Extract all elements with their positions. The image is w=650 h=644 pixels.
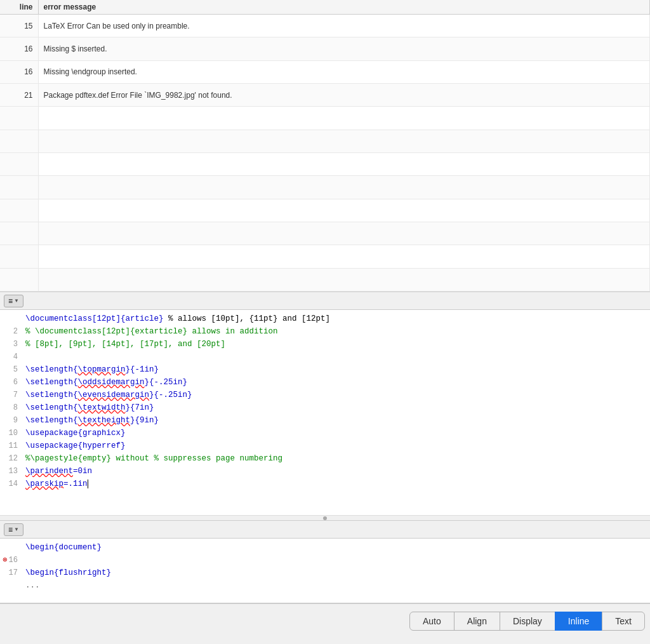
- table-row: [0, 152, 650, 175]
- cell-message: [38, 268, 650, 291]
- chevron-down-icon: ▼: [14, 527, 19, 532]
- cell-message: [38, 107, 650, 130]
- mode-btn-text[interactable]: Text: [602, 612, 645, 631]
- hamburger-icon: ≡: [8, 525, 13, 534]
- cell-line: 21: [0, 83, 38, 106]
- code-line: 12 %\pagestyle{empty} without % suppress…: [0, 452, 650, 465]
- mode-btn-auto[interactable]: Auto: [409, 612, 454, 631]
- code-area-1[interactable]: \documentclass[12pt]{article} % allows […: [0, 310, 650, 515]
- code-area-2[interactable]: \begin{document} ⊗16 17 \begin{flushrigh…: [0, 539, 650, 603]
- col-header-line: line: [0, 0, 38, 15]
- table-row: 21Package pdftex.def Error File `IMG_998…: [0, 83, 650, 106]
- mode-btn-display[interactable]: Display: [500, 612, 555, 631]
- code-line: \documentclass[12pt]{article} % allows […: [0, 312, 650, 325]
- cell-message: [38, 152, 650, 175]
- code-line: 17 \begin{flushright}: [0, 567, 650, 579]
- toolbar-menu-btn-1[interactable]: ≡ ▼: [4, 295, 23, 307]
- cell-message: LaTeX Error Can be used only in preamble…: [38, 15, 650, 37]
- cell-line: [0, 130, 38, 152]
- table-row: [0, 176, 650, 199]
- code-line: 11 \usepackage{hyperref}: [0, 439, 650, 452]
- code-line-truncated: ...: [0, 579, 650, 592]
- table-row: [0, 130, 650, 152]
- editor-panel-1: ≡ ▼ \documentclass[12pt]{article} % allo…: [0, 292, 650, 521]
- chevron-down-icon: ▼: [14, 298, 19, 304]
- cell-line: [0, 152, 38, 175]
- toolbar-menu-btn-2[interactable]: ≡ ▼: [4, 523, 23, 536]
- code-line: 3 % [8pt], [9pt], [14pt], [17pt], and [2…: [0, 338, 650, 351]
- cell-message: Package pdftex.def Error File `IMG_9982.…: [38, 83, 650, 106]
- code-line: 8 \setlength{\textwidth}{7in}: [0, 401, 650, 414]
- cell-line: 15: [0, 15, 38, 37]
- cell-message: [38, 245, 650, 268]
- scroll-dot: [323, 516, 327, 520]
- table-row: [0, 199, 650, 222]
- text-cursor: [88, 480, 88, 488]
- scroll-indicator-1: [0, 515, 650, 520]
- cell-line: 16: [0, 37, 38, 60]
- cell-line: [0, 199, 38, 222]
- hamburger-icon: ≡: [8, 297, 13, 305]
- table-row: [0, 268, 650, 291]
- table-row: [0, 107, 650, 130]
- cell-line: [0, 245, 38, 268]
- cell-line: [0, 222, 38, 245]
- cell-line: [0, 176, 38, 199]
- error-table: line error message 15LaTeX Error Can be …: [0, 0, 650, 292]
- editor-panel-2: ≡ ▼ \begin{document} ⊗16 17 \begin{flush…: [0, 521, 650, 603]
- code-line: 14 \parskip=.1in: [0, 478, 650, 490]
- cell-message: [38, 176, 650, 199]
- code-line: \begin{document}: [0, 541, 650, 554]
- code-line: 9 \setlength{\textheight}{9in}: [0, 414, 650, 427]
- table-row: [0, 222, 650, 245]
- code-line-error: ⊗16: [0, 554, 650, 567]
- code-line: 4: [0, 351, 650, 363]
- code-line: 13 \parindent=0in: [0, 465, 650, 478]
- code-line: 6 \setlength{\oddsidemargin}{-.25in}: [0, 376, 650, 389]
- code-line: 7 \setlength{\evensidemargin}{-.25in}: [0, 389, 650, 401]
- code-line: 10 \usepackage{graphicx}: [0, 427, 650, 439]
- editor-toolbar-2: ≡ ▼: [0, 521, 650, 539]
- cell-message: [38, 222, 650, 245]
- cell-message: Missing $ inserted.: [38, 37, 650, 60]
- table-row: 15LaTeX Error Can be used only in preamb…: [0, 15, 650, 37]
- cell-message: [38, 130, 650, 152]
- table-row: [0, 245, 650, 268]
- mode-btn-inline[interactable]: Inline: [555, 612, 602, 631]
- error-badge: ⊗: [3, 556, 7, 565]
- cell-line: [0, 268, 38, 291]
- code-line: 2 % \documentclass[12pt]{extarticle} all…: [0, 325, 650, 338]
- code-line: 5 \setlength{\topmargin}{-1in}: [0, 363, 650, 376]
- mode-btn-align[interactable]: Align: [454, 612, 500, 631]
- error-panel: line error message 15LaTeX Error Can be …: [0, 0, 650, 292]
- bottom-toolbar: Auto Align Display Inline Text: [0, 603, 650, 638]
- col-header-message: error message: [38, 0, 650, 15]
- cell-line: 16: [0, 60, 38, 83]
- cell-line: [0, 107, 38, 130]
- cell-message: [38, 199, 650, 222]
- cell-message: Missing \endgroup inserted.: [38, 60, 650, 83]
- table-row: 16Missing \endgroup inserted.: [0, 60, 650, 83]
- editor-toolbar-1: ≡ ▼: [0, 292, 650, 310]
- table-row: 16Missing $ inserted.: [0, 37, 650, 60]
